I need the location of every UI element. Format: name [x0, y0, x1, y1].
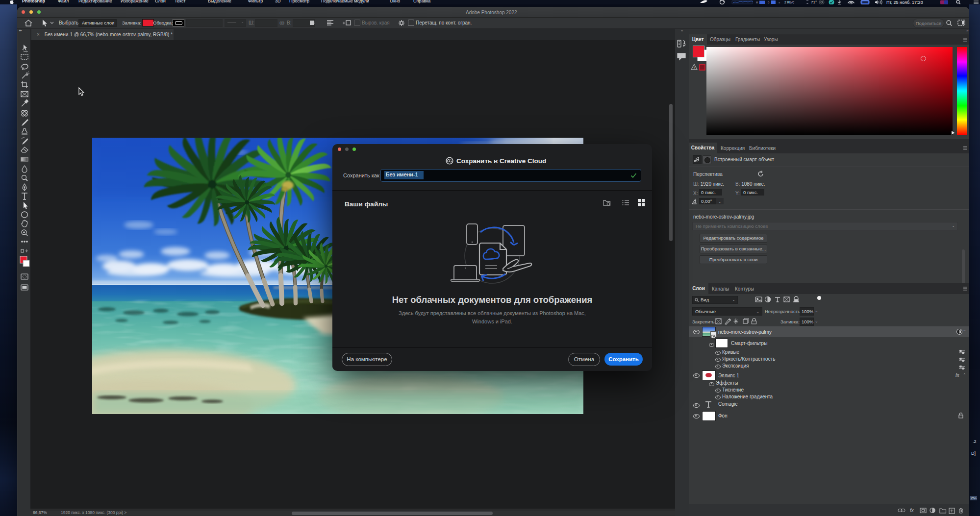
- svg-text:!: !: [694, 66, 695, 70]
- svg-text:D: D: [768, 1, 770, 4]
- svg-text:M: M: [756, 1, 758, 4]
- svg-text:71°: 71°: [811, 0, 817, 4]
- svg-text:fx: fx: [910, 508, 914, 513]
- svg-text:2 КБ/с: 2 КБ/с: [784, 0, 794, 4]
- svg-text:«: «: [779, 1, 780, 4]
- svg-text:Пт, 25 нояб. 17:20: Пт, 25 нояб. 17:20: [886, 0, 923, 4]
